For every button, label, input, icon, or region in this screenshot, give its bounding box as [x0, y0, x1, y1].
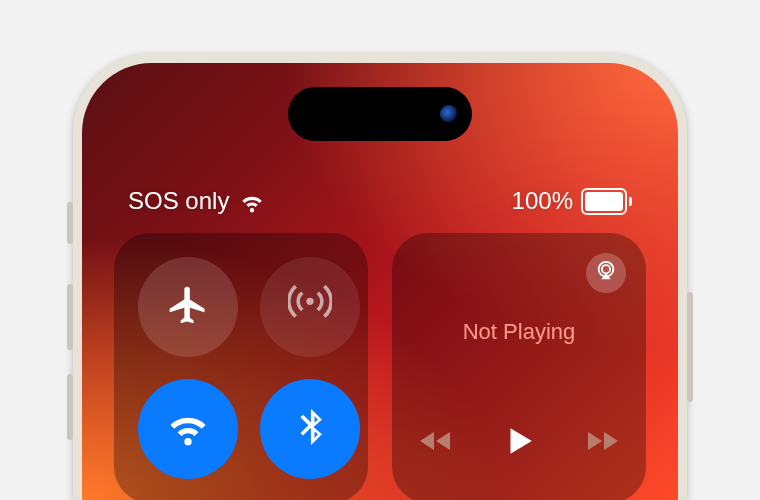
control-center: Not Playing — [114, 233, 646, 500]
fast-forward-icon — [580, 443, 620, 458]
carrier-text: SOS only — [128, 187, 229, 215]
airplay-button[interactable] — [586, 253, 626, 293]
action-button — [67, 202, 73, 244]
airplane-icon — [166, 283, 210, 331]
side-button — [687, 292, 693, 402]
status-bar: SOS only 100% — [82, 187, 678, 215]
connectivity-tile[interactable] — [114, 233, 368, 500]
dynamic-island[interactable] — [288, 87, 472, 141]
now-playing-label: Not Playing — [392, 319, 646, 345]
screen: SOS only 100% — [82, 63, 678, 500]
volume-up-button — [67, 284, 73, 350]
front-camera — [440, 105, 458, 123]
phone-frame: SOS only 100% — [73, 54, 687, 500]
bluetooth-icon — [288, 405, 332, 453]
wifi-toggle[interactable] — [138, 379, 238, 479]
svg-point-1 — [602, 265, 610, 273]
airplane-mode-toggle[interactable] — [138, 257, 238, 357]
cellular-data-toggle[interactable] — [260, 257, 360, 357]
fast-forward-button[interactable] — [580, 427, 620, 458]
wifi-icon — [239, 188, 265, 214]
media-controls — [392, 424, 646, 461]
battery-icon — [581, 188, 632, 215]
media-tile[interactable]: Not Playing — [392, 233, 646, 500]
wifi-icon — [166, 405, 210, 453]
airplay-icon — [595, 260, 617, 286]
battery-percent: 100% — [512, 187, 573, 215]
volume-down-button — [67, 374, 73, 440]
bluetooth-toggle[interactable] — [260, 379, 360, 479]
play-icon — [502, 446, 536, 461]
antenna-icon — [288, 283, 332, 331]
rewind-button[interactable] — [418, 427, 458, 458]
rewind-icon — [418, 443, 458, 458]
play-button[interactable] — [502, 424, 536, 461]
